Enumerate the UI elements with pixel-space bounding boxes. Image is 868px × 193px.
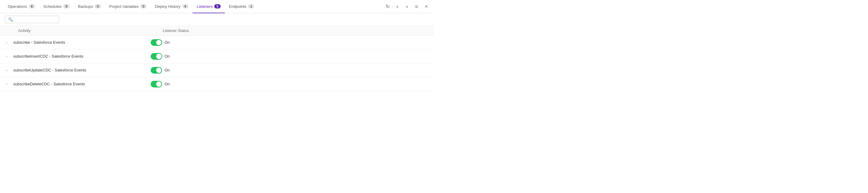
row-status-2: On [151,67,428,74]
chevron-up-button[interactable]: ∧ [393,2,401,11]
tab-label-operations: Operations [8,4,27,9]
tab-label-deploy-history: Deploy History [155,4,181,9]
table-body: ›subscribe - Salesforce EventsOn›subscri… [0,35,434,91]
close-button[interactable]: ✕ [422,2,430,11]
table-row[interactable]: ›subscribeInsertCDC - Salesforce EventsO… [0,50,434,63]
status-label-0: On [164,40,170,45]
col-activity-header: Activity [18,28,163,33]
status-label-1: On [164,54,170,58]
search-input[interactable] [15,17,57,22]
search-input-wrap: 🔍 [5,16,59,23]
table-row[interactable]: ›subscribe - Salesforce EventsOn [0,35,434,50]
tab-label-listeners: Listeners [197,4,213,9]
col-status-header: Listener Status [163,28,422,33]
row-status-0: On [151,39,428,46]
row-activity-2: subscribeUpdateCDC - Salesforce Events [13,68,151,72]
tab-badge-endpoints: 1 [248,4,254,8]
listener-toggle-0[interactable] [151,39,162,46]
listener-toggle-3[interactable] [151,81,162,87]
listener-toggle-2[interactable] [151,67,162,74]
toolbar-right: ↻ ∧ ∨ ⧉ ✕ [383,2,430,11]
row-status-3: On [151,81,428,87]
tab-deploy-history[interactable]: Deploy History4 [151,0,193,13]
tab-schedules[interactable]: Schedules0 [39,0,74,13]
tab-badge-operations: 6 [29,4,35,8]
tab-label-backups: Backups [78,4,93,9]
refresh-button[interactable]: ↻ [383,2,392,11]
row-chevron-icon: › [6,54,13,58]
row-status-1: On [151,53,428,60]
table-row[interactable]: ›subscribeDeleteCDC - Salesforce EventsO… [0,77,434,91]
row-activity-0: subscribe - Salesforce Events [13,40,151,45]
tab-endpoints[interactable]: Endpoints1 [225,0,258,13]
table-row[interactable]: ›subscribeUpdateCDC - Salesforce EventsO… [0,63,434,77]
tab-badge-listeners: 5 [214,4,220,8]
tab-badge-project-variables: 0 [141,4,147,8]
chevron-down-button[interactable]: ∨ [403,2,411,11]
tab-operations[interactable]: Operations6 [4,0,39,13]
status-label-2: On [164,68,170,72]
tab-label-endpoints: Endpoints [229,4,247,9]
status-label-3: On [164,82,170,86]
tab-badge-backups: 0 [95,4,101,8]
expand-button[interactable]: ⧉ [412,2,421,11]
tab-bar: Operations6Schedules0Backups0Project Var… [0,0,434,13]
tab-label-schedules: Schedules [43,4,62,9]
row-activity-3: subscribeDeleteCDC - Salesforce Events [13,82,151,86]
row-chevron-icon: › [6,68,13,72]
row-chevron-icon: › [6,40,13,45]
tab-badge-schedules: 0 [63,4,69,8]
tab-listeners[interactable]: Listeners5 [193,0,225,13]
listener-toggle-1[interactable] [151,53,162,60]
tab-backups[interactable]: Backups0 [74,0,105,13]
tab-project-variables[interactable]: Project Variables0 [105,0,151,13]
search-icon: 🔍 [8,17,13,22]
search-bar: 🔍 [0,13,434,26]
row-chevron-icon: › [6,82,13,86]
table-header: Activity Listener Status [0,26,434,35]
tab-label-project-variables: Project Variables [110,4,138,9]
row-activity-1: subscribeInsertCDC - Salesforce Events [13,54,151,58]
tab-badge-deploy-history: 4 [182,4,188,8]
